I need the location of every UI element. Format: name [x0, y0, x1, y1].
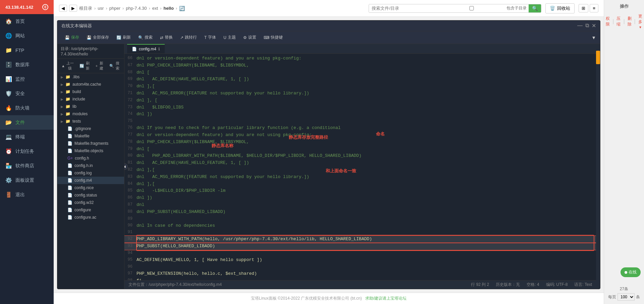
breadcrumb-forward-button[interactable]: ▶ [69, 5, 77, 12]
sidebar-item-tasks[interactable]: ⏰ 计划任务 [0, 144, 54, 159]
sidebar-item-database[interactable]: 🗄️ 数据库 [0, 57, 54, 72]
line-content[interactable]: PHP_ADD_LIBRARY_WITH_PATH(hello, /usr/ph… [137, 236, 596, 243]
sidebar-item-security[interactable]: 🛡️ 安全 [0, 86, 54, 101]
breadcrumb-refresh-button[interactable]: 🔄 [179, 6, 185, 11]
minimize-button[interactable]: — [577, 23, 583, 29]
tree-file-config-m4[interactable]: 📄 config.m4 [57, 177, 124, 184]
tree-refresh-button[interactable]: 🔄 刷新 [77, 60, 92, 72]
line-content[interactable]: dnl ]) [137, 111, 596, 118]
settings-toolbar-button[interactable]: ⚙ 设置 [240, 33, 260, 42]
delete-button[interactable]: 删除 [627, 15, 632, 28]
grid-view-button[interactable]: ⊞ [579, 4, 588, 12]
font-button[interactable]: T 字体 [201, 33, 219, 42]
sidebar-item-files[interactable]: 📂 文件 [0, 115, 54, 130]
line-content[interactable] [137, 216, 596, 222]
tree-file-config-h-in[interactable]: 📄 config.h.in [57, 162, 124, 169]
tree-file-gitignore[interactable]: 📄 .gitignore [57, 125, 124, 132]
line-content[interactable]: fi [137, 277, 596, 280]
sidebar-item-terminal[interactable]: 💻 终端 [0, 130, 54, 144]
line-content[interactable]: dnl or version-dependent feature) and yo… [137, 132, 596, 139]
more-button[interactable]: 更多▾ [638, 13, 643, 30]
line-content[interactable]: dnl PHP_ADD_LIBRARY_WITH_PATH($LIBNAME, … [137, 153, 596, 160]
tree-file-config-status[interactable]: 📄 config.status [57, 191, 124, 199]
refresh-button[interactable]: 🔄 刷新 [113, 33, 134, 42]
breadcrumb-phper[interactable]: phper [109, 6, 120, 11]
line-content[interactable]: dnl PHP_SUBST(HELLO_SHARED_LIBADD) [137, 209, 596, 216]
line-content[interactable]: dnl ],[ [137, 181, 596, 188]
tree-file-configure[interactable]: 📄 configure [57, 206, 124, 214]
line-content[interactable]: dnl AC_MSG_ERROR([FEATURE not supported … [137, 90, 596, 97]
line-content[interactable] [137, 118, 596, 125]
line-content[interactable] [137, 264, 596, 270]
tree-file-makefile[interactable]: 📄 Makefile [57, 132, 124, 140]
save-button[interactable]: 💾 保存 [61, 33, 83, 42]
sidebar-item-logout[interactable]: 🚪 退出 [0, 187, 54, 202]
line-content[interactable] [137, 250, 596, 257]
replace-button[interactable]: ⇄ 替换 [157, 33, 176, 42]
tree-file-config-w32[interactable]: 📄 config.w32 [57, 199, 124, 206]
goto-button[interactable]: ↗ 跳转行 [177, 33, 200, 42]
editor-scrollbar-thumb[interactable] [596, 51, 600, 64]
line-content[interactable]: PHP_SUBST(HELLO_SHARED_LIBADD) [137, 243, 596, 250]
tree-folder-lib[interactable]: ▶ 📁 lib [57, 103, 124, 110]
tree-folder-tests[interactable]: ▶ 📁 tests [57, 118, 124, 125]
close-button[interactable]: ✕ [592, 23, 596, 29]
tree-folder-modules[interactable]: ▶ 📁 modules [57, 110, 124, 118]
shortcut-button[interactable]: ⌨ 快捷键 [260, 33, 286, 42]
search-input[interactable] [369, 4, 436, 12]
sidebar-item-ftp[interactable]: 📁 FTP [0, 43, 54, 57]
tree-folder-autom4te[interactable]: ▶ 📁 autom4te.cache [57, 81, 124, 88]
line-content[interactable]: dnl [ [137, 146, 596, 153]
sidebar-item-website[interactable]: 🌐 网站 [0, 29, 54, 43]
line-content[interactable]: dnl PHP_CHECK_LIBRARY($LIBNAME, $LIBSYMB… [137, 62, 596, 69]
sidebar-item-panel-settings[interactable]: ⚙️ 面板设置 [0, 173, 54, 187]
line-content[interactable]: dnl ]) [137, 194, 596, 202]
tree-folder-libs[interactable]: ▶ 📁 .libs [57, 73, 124, 81]
restore-button[interactable]: ⧉ [585, 23, 589, 29]
tree-file-makefile-fragments[interactable]: 📄 Makefile.fragments [57, 140, 124, 147]
line-content[interactable]: dnl ],[ [137, 167, 596, 174]
tree-file-configure-ac[interactable]: 📄 configure.ac [57, 214, 124, 221]
toolbar-expand-button[interactable]: ▼ [591, 35, 596, 40]
breadcrumb-usr[interactable]: usr [98, 6, 104, 11]
include-subdir-checkbox[interactable] [438, 6, 505, 10]
line-content[interactable]: dnl PHP_CHECK_LIBRARY($LIBNAME, $LIBSYMB… [137, 139, 596, 146]
editor-scrollbar[interactable] [596, 44, 600, 289]
line-content[interactable]: dnl ],[ [137, 83, 596, 90]
list-view-button[interactable]: ≡ [590, 4, 598, 12]
theme-button[interactable]: U 主题 [220, 33, 239, 42]
save-all-button[interactable]: 💾 全部保存 [83, 33, 112, 42]
tree-folder-include[interactable]: ▶ 📁 include [57, 95, 124, 103]
sidebar-item-firewall[interactable]: 🔥 防火墙 [0, 101, 54, 115]
line-content[interactable]: dnl In case of no dependencies [137, 222, 596, 229]
search-button[interactable]: 🔍 [529, 4, 541, 12]
line-content[interactable]: dnl AC_DEFINE(HAVE_HELLO_FEATURE, 1, [ ]… [137, 76, 596, 83]
line-content[interactable]: dnl AC_MSG_ERROR([FEATURE not supported … [137, 174, 596, 181]
breadcrumb-hello[interactable]: hello [164, 6, 174, 11]
line-content[interactable]: dnl $LIBFOO_LIBS [137, 104, 596, 111]
line-content[interactable]: dnl ], [ [137, 97, 596, 104]
sidebar-item-monitor[interactable]: 📊 监控 [0, 72, 54, 86]
permission-button[interactable]: 权限 [605, 15, 610, 28]
tree-file-config-nice[interactable]: 📄 config.nice [57, 184, 124, 191]
tree-file-config-log[interactable]: 📄 config.log [57, 169, 124, 177]
line-content[interactable]: dnl If you need to check for a particula… [137, 125, 596, 132]
tree-new-button[interactable]: + 新建 [94, 60, 106, 72]
per-page-select[interactable]: 100 50 200 [618, 293, 635, 301]
breadcrumb-php[interactable]: php-7.4.30 [126, 6, 147, 11]
breadcrumb-back-button[interactable]: ◀ [59, 5, 67, 12]
recycle-bin-button[interactable]: 🗑️ 回收站 [545, 3, 575, 13]
tree-file-makefile-objects[interactable]: 📄 Makefile.objects [57, 147, 124, 155]
line-content[interactable]: dnl [ [137, 69, 596, 76]
breadcrumb-root[interactable]: 根目录 [79, 5, 92, 11]
line-content[interactable]: dnl -L$HELLO_DIR/$PHP_LIBDIR -lm [137, 187, 596, 194]
line-content[interactable] [137, 229, 596, 236]
line-content[interactable]: AC_DEFINE(HAVE_HELLO, 1, [ Have hello su… [137, 257, 596, 264]
line-content[interactable]: dnl or version-dependent feature) and yo… [137, 55, 596, 62]
code-content[interactable]: 66dnl or version-dependent feature) and … [124, 54, 596, 280]
search-toolbar-button[interactable]: 🔍 搜索 [135, 33, 156, 42]
line-content[interactable]: dnl AC_DEFINE(HAVE_HELLO_FEATURE, 1, [ ]… [137, 160, 596, 167]
sidebar-item-home[interactable]: 🏠 首页 [0, 14, 54, 29]
tree-up-button[interactable]: ▲ 上一级 [59, 60, 76, 72]
line-content[interactable]: dnl [137, 202, 596, 209]
